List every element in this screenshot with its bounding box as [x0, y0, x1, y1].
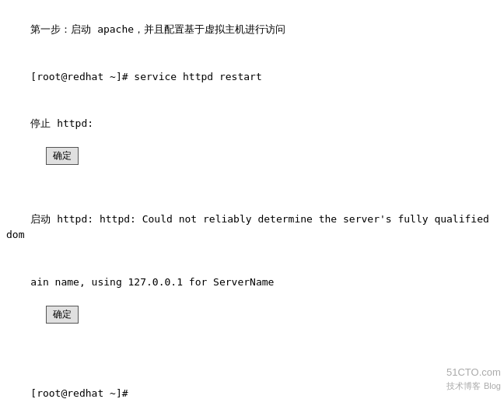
blank-line1: [6, 355, 498, 370]
httpd-start-line: 启动 httpd: httpd: Could not reliably dete…: [6, 196, 498, 259]
terminal-window: 第一步：启动 apache，并且配置基于虚拟主机进行访问 [root@redha…: [0, 0, 504, 420]
confirm-btn-2[interactable]: 确定: [46, 306, 79, 324]
config-label: 配置文件: [6, 418, 498, 420]
step1-heading: 第一步：启动 apache，并且配置基于虚拟主机进行访问: [6, 6, 498, 53]
httpd-stop-line: 停止 httpd: 确定: [6, 100, 498, 196]
watermark: 51CTO.com 技术博客 Blog: [446, 366, 501, 392]
watermark-site: 51CTO.com: [446, 366, 501, 380]
confirm-btn-1[interactable]: 确定: [46, 147, 79, 165]
httpd-start-line2: ain name, using 127.0.0.1 for ServerName…: [6, 259, 498, 355]
cmd-restart: [root@redhat ~]# service httpd restart: [6, 53, 498, 100]
prompt-line1: [root@redhat ~]#: [6, 370, 498, 417]
watermark-label1: 技术博客: [446, 380, 481, 392]
watermark-label2: Blog: [484, 380, 501, 392]
